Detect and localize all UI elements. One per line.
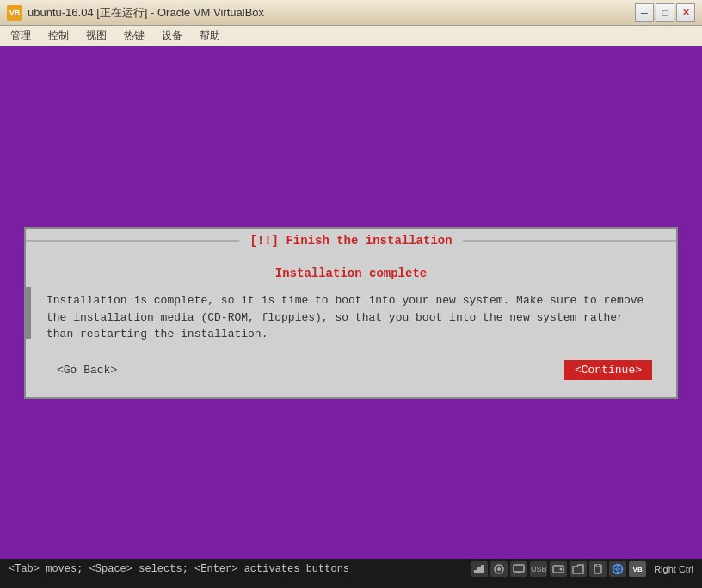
minimize-button[interactable]: ─	[635, 3, 654, 22]
menu-manage[interactable]: 管理	[3, 27, 38, 45]
svg-point-8	[560, 568, 563, 571]
title-bar: VB ubuntu-16.04 [正在运行] - Oracle VM Virtu…	[0, 0, 702, 26]
dialog-subtitle: Installation complete	[46, 266, 656, 280]
clipboard-icon	[589, 561, 607, 577]
dialog-buttons: <Go Back> <Continue>	[46, 360, 656, 380]
audio-icon	[490, 561, 508, 577]
dialog-body-line3: than restarting the installation.	[46, 328, 268, 340]
status-icons: USB VB Right Ctrl	[471, 561, 693, 577]
status-text: <Tab> moves; <Space> selects; <Enter> ac…	[9, 563, 349, 575]
go-back-button[interactable]: <Go Back>	[50, 360, 124, 380]
svg-point-4	[497, 567, 501, 571]
right-ctrl-label: Right Ctrl	[654, 564, 693, 574]
menu-help[interactable]: 帮助	[193, 27, 227, 45]
close-button[interactable]: ✕	[676, 3, 695, 22]
virtualbox-icon: VB	[7, 5, 22, 21]
svg-rect-1	[477, 567, 481, 573]
continue-button[interactable]: <Continue>	[564, 360, 652, 380]
svg-rect-5	[514, 565, 524, 572]
title-bar-left: VB ubuntu-16.04 [正在运行] - Oracle VM Virtu…	[7, 5, 264, 21]
dialog-title: [!!] Finish the installation	[239, 234, 462, 248]
display-icon	[510, 561, 527, 577]
svg-rect-0	[474, 570, 477, 573]
svg-rect-2	[481, 565, 484, 573]
dialog-content: Installation complete Installation is co…	[26, 253, 676, 397]
dialog-body: Installation is complete, so it is time …	[46, 292, 656, 343]
menu-view[interactable]: 视图	[79, 27, 114, 45]
vb-logo-icon: VB	[629, 561, 646, 577]
svg-rect-6	[517, 572, 520, 573]
svg-rect-10	[596, 564, 600, 567]
dialog-body-line2: the installation media (CD-ROM, floppies…	[46, 311, 624, 324]
globe-icon	[609, 561, 626, 577]
window-title: ubuntu-16.04 [正在运行] - Oracle VM VirtualB…	[28, 5, 264, 21]
vm-screen: [!!] Finish the installation Installatio…	[0, 46, 702, 579]
dialog-body-line1: Installation is complete, so it is time …	[46, 294, 644, 307]
shared-folder-icon	[570, 561, 587, 577]
network-icon	[471, 561, 488, 577]
restore-button[interactable]: □	[656, 3, 674, 22]
dialog-box: [!!] Finish the installation Installatio…	[24, 227, 678, 399]
usb-icon: USB	[530, 561, 547, 577]
menu-hotkeys[interactable]: 热键	[117, 27, 151, 45]
scroll-indicator	[24, 287, 31, 339]
dialog-title-bar: [!!] Finish the installation	[26, 229, 676, 253]
hdd-icon	[550, 561, 567, 577]
menu-devices[interactable]: 设备	[155, 27, 189, 45]
menu-control[interactable]: 控制	[41, 27, 76, 45]
vm-status-bar: <Tab> moves; <Space> selects; <Enter> ac…	[0, 559, 702, 579]
title-bar-controls: ─ □ ✕	[635, 3, 695, 22]
menu-bar: 管理 控制 视图 热键 设备 帮助	[0, 26, 702, 46]
